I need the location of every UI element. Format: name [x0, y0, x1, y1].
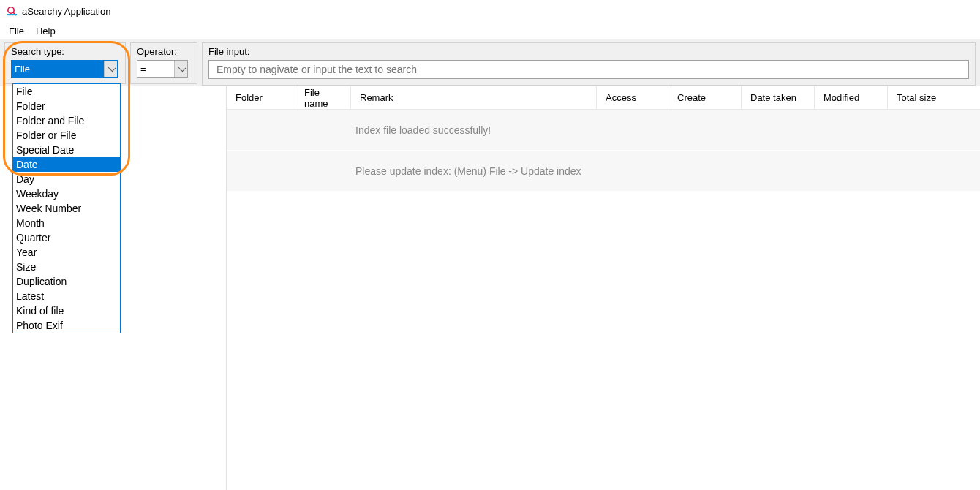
- app-title: aSearchy Application: [22, 6, 110, 17]
- svg-point-0: [8, 7, 14, 13]
- search-type-option[interactable]: Day: [13, 172, 120, 186]
- search-type-option[interactable]: Date: [13, 157, 120, 172]
- chevron-down-icon[interactable]: [104, 61, 117, 77]
- search-type-combobox[interactable]: File: [11, 60, 118, 78]
- search-type-option[interactable]: Duplication: [13, 274, 120, 289]
- search-type-option[interactable]: Year: [13, 245, 120, 260]
- group-file-input: File input:: [202, 42, 976, 86]
- search-type-option[interactable]: Month: [13, 216, 120, 230]
- column-date-taken[interactable]: Date taken: [742, 86, 815, 109]
- table-header: Folder File name Remark Access Create Da…: [227, 86, 980, 110]
- menu-file[interactable]: File: [3, 24, 30, 38]
- status-message-loaded: Index file loaded successfully!: [227, 110, 980, 151]
- column-access[interactable]: Access: [597, 86, 668, 109]
- search-type-option[interactable]: Special Date: [13, 143, 120, 157]
- column-create[interactable]: Create: [668, 86, 742, 109]
- search-type-option[interactable]: Folder or File: [13, 128, 120, 143]
- search-type-option[interactable]: Week Number: [13, 201, 120, 216]
- search-type-option[interactable]: Weekday: [13, 186, 120, 201]
- search-type-option[interactable]: Size: [13, 260, 120, 274]
- operator-value: =: [137, 61, 174, 77]
- column-remark[interactable]: Remark: [351, 86, 597, 109]
- search-type-value: File: [12, 61, 104, 77]
- search-type-option[interactable]: Quarter: [13, 230, 120, 245]
- search-input[interactable]: [208, 60, 969, 79]
- column-folder[interactable]: Folder: [227, 86, 295, 109]
- content: Folder File name Remark Access Create Da…: [0, 86, 980, 490]
- app-icon: [6, 5, 18, 17]
- menu-help[interactable]: Help: [30, 24, 61, 38]
- search-type-dropdown[interactable]: FileFolderFolder and FileFolder or FileS…: [12, 83, 121, 333]
- column-total-size[interactable]: Total size: [888, 86, 980, 109]
- right-panel: Folder File name Remark Access Create Da…: [227, 86, 980, 490]
- operator-label: Operator:: [137, 46, 191, 57]
- chevron-down-icon[interactable]: [174, 61, 187, 77]
- file-input-label: File input:: [208, 46, 969, 57]
- search-type-label: Search type:: [11, 46, 119, 57]
- search-type-option[interactable]: Photo Exif: [13, 318, 120, 333]
- column-modified[interactable]: Modified: [815, 86, 888, 109]
- operator-combobox[interactable]: =: [137, 60, 188, 78]
- svg-rect-2: [7, 14, 17, 15]
- column-file-name[interactable]: File name: [295, 86, 351, 109]
- group-operator: Operator: =: [130, 42, 197, 84]
- titlebar: aSearchy Application: [0, 0, 980, 22]
- status-message-update: Please update index: (Menu) File -> Upda…: [227, 151, 980, 192]
- search-type-option[interactable]: File: [13, 84, 120, 99]
- toolbar: Search type: File Operator: = File input…: [0, 39, 980, 86]
- search-type-option[interactable]: Folder and File: [13, 113, 120, 128]
- menubar: File Help: [0, 22, 980, 39]
- search-type-option[interactable]: Kind of file: [13, 304, 120, 318]
- search-type-option[interactable]: Folder: [13, 99, 120, 113]
- group-search-type: Search type: File: [4, 42, 126, 84]
- search-type-option[interactable]: Latest: [13, 289, 120, 304]
